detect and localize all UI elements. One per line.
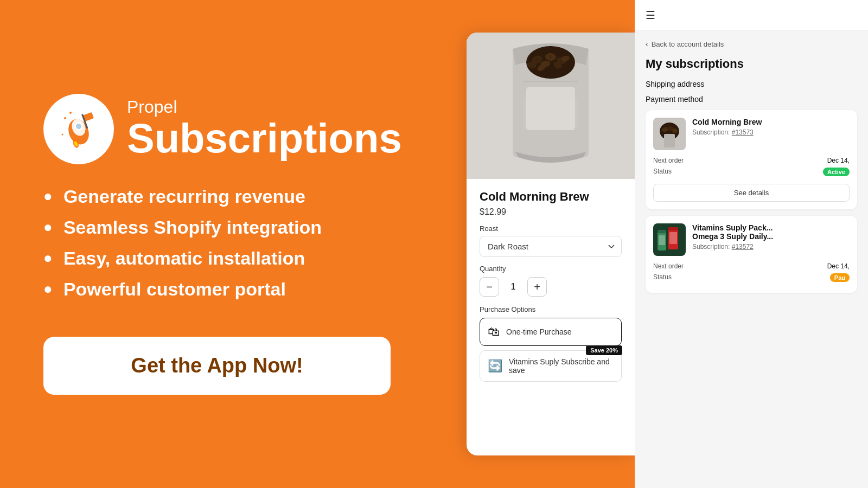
shipping-address-link[interactable]: Shipping address [646, 80, 857, 88]
roast-label: Roast [480, 224, 622, 233]
svg-line-25 [551, 55, 551, 59]
portal-content: ‹ Back to account details My subscriptio… [635, 31, 868, 488]
portal-title: My subscriptions [646, 57, 857, 71]
feature-item-4: Powerful customer portal [43, 279, 423, 300]
status-label-1: Status [653, 168, 672, 176]
svg-rect-40 [668, 227, 678, 230]
sub-id-1: Subscription: #13573 [692, 129, 850, 136]
sub-product-image-1 [653, 118, 686, 150]
cta-button[interactable]: Get the App Now! [43, 337, 391, 395]
product-image [467, 33, 635, 179]
left-marketing-section: Propel Subscriptions Generate recurring … [0, 0, 467, 488]
quantity-row: − 1 + [480, 277, 622, 297]
portal-header: ☰ [635, 0, 868, 31]
subscription-card-1: Cold Morning Brew Subscription: #13573 N… [646, 110, 857, 209]
purchase-options-label: Purchase Options [480, 305, 622, 313]
svg-point-8 [69, 112, 72, 114]
brand-propel: Propel [127, 98, 402, 117]
svg-rect-41 [659, 235, 665, 245]
option-subscribe-text: Vitamins Suply Subscribe and save [509, 357, 614, 375]
status-label-2: Status [653, 273, 672, 282]
sub-id-link-2[interactable]: #13572 [732, 243, 754, 251]
next-order-label-1: Next order [653, 157, 684, 164]
quantity-decrease-button[interactable]: − [480, 277, 499, 297]
brand-text: Propel Subscriptions [127, 98, 402, 160]
svg-point-7 [62, 133, 63, 135]
next-order-value-1: Dec 14, [827, 157, 850, 164]
portal-panel: ☰ ‹ Back to account details My subscript… [635, 0, 868, 488]
sub-card-top-1: Cold Morning Brew Subscription: #13573 [653, 118, 850, 150]
option-one-time-card[interactable]: 🛍 One-time Purchase [480, 318, 622, 346]
one-time-icon: 🛍 [488, 325, 500, 339]
features-list: Generate recurring revenue Seamless Shop… [43, 186, 423, 310]
sub-product-name-2: Vitamins Suply Pack... Omega 3 Suply Dai… [692, 223, 850, 241]
feature-item-2: Seamless Shopify integration [43, 217, 423, 238]
sub-product-image-2 [653, 223, 686, 256]
back-chevron-icon: ‹ [646, 40, 648, 48]
sub-next-order-row-1: Next order Dec 14, [653, 157, 850, 164]
product-info: Cold Morning Brew $12.99 Roast Dark Roas… [467, 179, 635, 455]
svg-point-5 [64, 117, 66, 119]
see-details-button-1[interactable]: See details [653, 184, 850, 202]
product-panel: Cold Morning Brew $12.99 Roast Dark Roas… [467, 33, 635, 455]
product-price: $12.99 [480, 207, 622, 217]
subscription-card-2: Vitamins Suply Pack... Omega 3 Suply Dai… [646, 216, 857, 293]
product-name: Cold Morning Brew [480, 190, 622, 204]
sub-next-order-row-2: Next order Dec 14, [653, 262, 850, 270]
sub-status-row-1: Status Active [653, 168, 850, 176]
svg-point-6 [92, 114, 93, 116]
brand-subscriptions: Subscriptions [127, 117, 402, 160]
next-order-value-2: Dec 14, [827, 262, 850, 270]
logo-circle [43, 94, 114, 164]
sub-id-2: Subscription: #13572 [692, 243, 850, 251]
sub-product-info-1: Cold Morning Brew Subscription: #13573 [692, 118, 850, 150]
right-section: Cold Morning Brew $12.99 Roast Dark Roas… [467, 0, 868, 488]
quantity-label: Quantity [480, 265, 622, 273]
svg-rect-42 [669, 232, 677, 244]
payment-method-link[interactable]: Payment method [646, 95, 857, 104]
subscribe-icon: 🔄 [488, 359, 502, 373]
quantity-increase-button[interactable]: + [527, 277, 547, 297]
logo-row: Propel Subscriptions [43, 94, 423, 164]
logo-icon [54, 105, 103, 153]
option-one-time-text: One-time Purchase [506, 328, 572, 336]
sub-id-link-1[interactable]: #13573 [732, 129, 754, 136]
save-badge: Save 20% [586, 345, 622, 355]
option-subscribe-card[interactable]: 🔄 Vitamins Suply Subscribe and save Save… [480, 350, 622, 382]
status-badge-2: Pau [830, 273, 850, 282]
svg-rect-29 [526, 87, 575, 130]
svg-rect-27 [524, 81, 578, 82]
feature-item-3: Easy, automatic installation [43, 248, 423, 269]
back-link-text: Back to account details [652, 40, 724, 48]
sub-status-row-2: Status Pau [653, 273, 850, 282]
roast-select[interactable]: Dark Roast Medium Roast Light Roast [480, 236, 622, 257]
product-illustration [467, 33, 635, 179]
hamburger-icon[interactable]: ☰ [646, 9, 655, 22]
back-link[interactable]: ‹ Back to account details [646, 40, 857, 48]
sub-product-info-2: Vitamins Suply Pack... Omega 3 Suply Dai… [692, 223, 850, 256]
status-badge-1: Active [823, 168, 850, 176]
quantity-value: 1 [508, 282, 519, 292]
svg-rect-38 [658, 230, 666, 233]
next-order-label-2: Next order [653, 262, 684, 270]
svg-rect-35 [664, 134, 675, 147]
sub-product-name-1: Cold Morning Brew [692, 118, 850, 126]
sub-card-top-2: Vitamins Suply Pack... Omega 3 Suply Dai… [653, 223, 850, 256]
feature-item-1: Generate recurring revenue [43, 186, 423, 207]
